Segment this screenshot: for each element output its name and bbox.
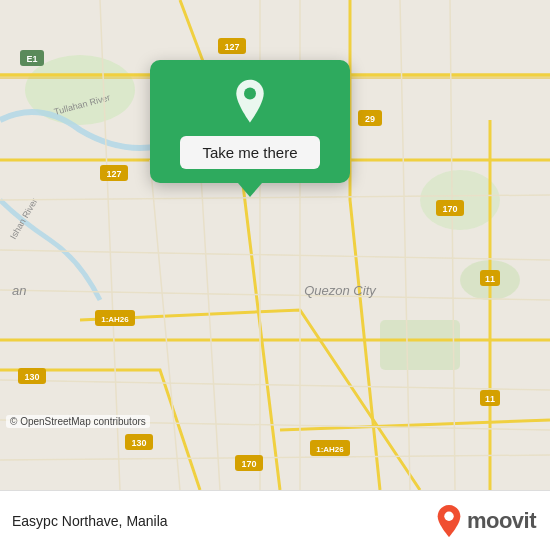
- osm-credit: © OpenStreetMap contributors: [6, 415, 150, 428]
- svg-text:11: 11: [485, 394, 495, 404]
- svg-text:127: 127: [106, 169, 121, 179]
- svg-text:130: 130: [131, 438, 146, 448]
- moovit-logo: moovit: [435, 504, 536, 538]
- moovit-pin-icon: [435, 504, 463, 538]
- svg-text:Quezon City: Quezon City: [304, 283, 377, 298]
- svg-point-36: [444, 511, 453, 520]
- moovit-brand-text: moovit: [467, 508, 536, 534]
- svg-text:1:AH26: 1:AH26: [101, 315, 129, 324]
- location-pin-icon: [226, 78, 274, 126]
- svg-text:130: 130: [24, 372, 39, 382]
- location-text: Easypc Northave, Manila: [12, 513, 168, 529]
- svg-point-35: [244, 87, 256, 99]
- svg-text:E1: E1: [26, 54, 37, 64]
- svg-text:170: 170: [241, 459, 256, 469]
- svg-text:1:AH26: 1:AH26: [316, 445, 344, 454]
- svg-text:11: 11: [485, 274, 495, 284]
- svg-text:29: 29: [365, 114, 375, 124]
- svg-text:170: 170: [442, 204, 457, 214]
- popup-card: Take me there: [150, 60, 350, 183]
- svg-text:an: an: [12, 283, 26, 298]
- bottom-bar: Easypc Northave, Manila moovit: [0, 490, 550, 550]
- svg-rect-4: [380, 320, 460, 370]
- svg-text:127: 127: [224, 42, 239, 52]
- map-container: Tullahan River Ishan River: [0, 0, 550, 490]
- take-me-there-button[interactable]: Take me there: [180, 136, 319, 169]
